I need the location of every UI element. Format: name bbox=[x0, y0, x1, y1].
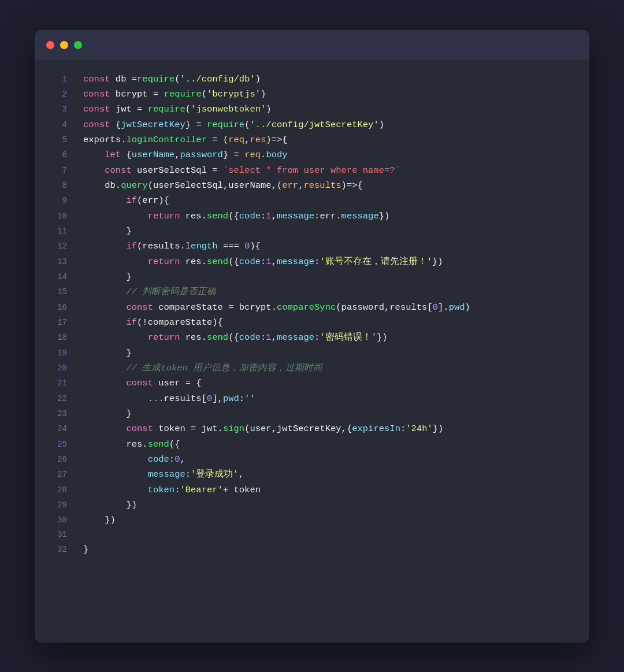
line-number: 5 bbox=[46, 133, 67, 147]
code-line-15: 15 // 判断密码是否正确 bbox=[35, 284, 589, 299]
code-line-6: 6 let {userName,password} = req.body bbox=[35, 147, 589, 162]
close-button[interactable] bbox=[46, 41, 54, 49]
code-line-18: 18 return res.send({code:1,message:'密码错误… bbox=[35, 330, 589, 345]
code-line-16: 16 const compareState = bcrypt.compareSy… bbox=[35, 300, 589, 315]
maximize-button[interactable] bbox=[74, 41, 82, 49]
line-number: 16 bbox=[46, 301, 67, 315]
line-number: 24 bbox=[46, 422, 67, 436]
line-number: 25 bbox=[46, 438, 67, 452]
code-text: const token = jwt.sign(user,jwtSecretKey… bbox=[83, 421, 578, 436]
code-text: if(results.length === 0){ bbox=[83, 239, 578, 254]
code-line-9: 9 if(err){ bbox=[35, 193, 589, 208]
code-line-28: 28 token:'Bearer'+ token bbox=[35, 482, 589, 497]
code-line-4: 4 const {jwtSecretKey} = require('../con… bbox=[35, 117, 589, 132]
code-line-11: 11 } bbox=[35, 224, 589, 239]
code-text: code:0, bbox=[83, 452, 578, 467]
code-line-20: 20 // 生成token 用户信息，加密内容，过期时间 bbox=[35, 361, 589, 376]
code-text: let {userName,password} = req.body bbox=[83, 147, 578, 162]
line-number: 29 bbox=[46, 499, 67, 513]
line-number: 13 bbox=[46, 255, 67, 269]
code-line-13: 13 return res.send({code:1,message:'账号不存… bbox=[35, 254, 589, 269]
line-number: 6 bbox=[46, 148, 67, 162]
code-text: const db =require('../config/db') bbox=[83, 72, 578, 87]
code-text: // 生成token 用户信息，加密内容，过期时间 bbox=[83, 361, 578, 376]
line-number: 17 bbox=[46, 316, 67, 330]
code-line-29: 29 }) bbox=[35, 497, 589, 513]
code-line-3: 3 const jwt = require('jsonwebtoken') bbox=[35, 102, 589, 117]
code-text: const bcrypt = require('bcryptjs') bbox=[83, 87, 578, 102]
line-number: 9 bbox=[46, 194, 67, 208]
code-line-25: 25 res.send({ bbox=[35, 437, 589, 452]
line-number: 20 bbox=[46, 362, 67, 376]
code-line-23: 23 } bbox=[35, 406, 589, 421]
code-line-22: 22 ...results[0],pwd:'' bbox=[35, 391, 589, 406]
code-line-2: 2 const bcrypt = require('bcryptjs') bbox=[35, 87, 589, 102]
titlebar bbox=[35, 30, 589, 60]
line-number: 21 bbox=[46, 377, 67, 391]
code-line-30: 30 }) bbox=[35, 513, 589, 528]
code-text: message:'登录成功', bbox=[83, 467, 578, 482]
code-line-12: 12 if(results.length === 0){ bbox=[35, 239, 589, 254]
code-line-24: 24 const token = jwt.sign(user,jwtSecret… bbox=[35, 421, 589, 436]
code-line-17: 17 if(!compareState){ bbox=[35, 315, 589, 330]
code-window: 1 const db =require('../config/db') 2 co… bbox=[35, 30, 589, 643]
minimize-button[interactable] bbox=[60, 41, 68, 49]
line-number: 32 bbox=[46, 543, 67, 557]
code-text: }) bbox=[83, 513, 578, 528]
code-line-1: 1 const db =require('../config/db') bbox=[35, 72, 589, 87]
line-number: 3 bbox=[46, 103, 67, 117]
line-number: 1 bbox=[46, 73, 67, 87]
code-text: } bbox=[83, 269, 578, 284]
code-line-27: 27 message:'登录成功', bbox=[35, 467, 589, 482]
line-number: 10 bbox=[46, 210, 67, 224]
code-text: ...results[0],pwd:'' bbox=[83, 391, 578, 406]
line-number: 14 bbox=[46, 270, 67, 284]
code-line-7: 7 const userSelectSql = `select * from u… bbox=[35, 163, 589, 178]
code-text: } bbox=[83, 224, 578, 239]
code-text: return res.send({code:1,message:'密码错误！'}… bbox=[83, 330, 578, 345]
code-editor: 1 const db =require('../config/db') 2 co… bbox=[35, 60, 589, 569]
code-line-32: 32 } bbox=[35, 542, 589, 557]
code-text: res.send({ bbox=[83, 437, 578, 452]
code-text: } bbox=[83, 542, 578, 557]
code-text: }) bbox=[83, 497, 578, 513]
code-text: } bbox=[83, 406, 578, 421]
code-text: if(err){ bbox=[83, 193, 578, 208]
code-line-19: 19 } bbox=[35, 346, 589, 361]
code-text: } bbox=[83, 346, 578, 361]
code-text: const userSelectSql = `select * from use… bbox=[83, 163, 578, 178]
line-number: 18 bbox=[46, 331, 67, 345]
line-number: 31 bbox=[46, 528, 67, 542]
line-number: 2 bbox=[46, 88, 67, 102]
line-number: 15 bbox=[46, 285, 67, 299]
line-number: 8 bbox=[46, 179, 67, 193]
code-line-10: 10 return res.send({code:1,message:err.m… bbox=[35, 209, 589, 224]
code-text: const {jwtSecretKey} = require('../confi… bbox=[83, 117, 578, 132]
code-line-31: 31 bbox=[35, 528, 589, 542]
code-line-5: 5 exports.loginController = (req,res)=>{ bbox=[35, 132, 589, 147]
code-text: const user = { bbox=[83, 376, 578, 391]
code-text: if(!compareState){ bbox=[83, 315, 578, 330]
line-number: 28 bbox=[46, 484, 67, 497]
line-number: 11 bbox=[46, 225, 67, 239]
line-number: 27 bbox=[46, 468, 67, 482]
line-number: 4 bbox=[46, 118, 67, 132]
code-line-26: 26 code:0, bbox=[35, 452, 589, 467]
code-text: // 判断密码是否正确 bbox=[83, 284, 578, 299]
line-number: 23 bbox=[46, 407, 67, 421]
code-text: token:'Bearer'+ token bbox=[83, 482, 578, 497]
line-number: 12 bbox=[46, 240, 67, 254]
code-text: return res.send({code:1,message:err.mess… bbox=[83, 209, 578, 224]
line-number: 19 bbox=[46, 347, 67, 361]
line-number: 7 bbox=[46, 164, 67, 178]
code-text: const jwt = require('jsonwebtoken') bbox=[83, 102, 578, 117]
code-text: return res.send({code:1,message:'账号不存在，请… bbox=[83, 254, 578, 269]
code-text: db.query(userSelectSql,userName,(err,res… bbox=[83, 178, 578, 193]
code-line-8: 8 db.query(userSelectSql,userName,(err,r… bbox=[35, 178, 589, 193]
code-line-21: 21 const user = { bbox=[35, 376, 589, 391]
line-number: 26 bbox=[46, 453, 67, 467]
line-number: 22 bbox=[46, 392, 67, 406]
code-text: exports.loginController = (req,res)=>{ bbox=[83, 132, 578, 147]
code-text: const compareState = bcrypt.compareSync(… bbox=[83, 300, 578, 315]
code-line-14: 14 } bbox=[35, 269, 589, 284]
